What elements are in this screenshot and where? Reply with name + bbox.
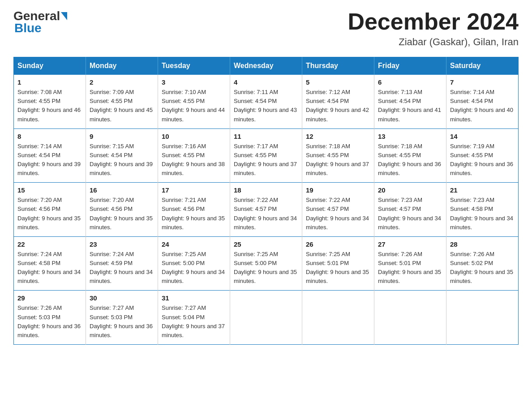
day-number: 3 xyxy=(162,78,226,86)
day-info: Sunrise: 7:18 AMSunset: 4:55 PMDaylight:… xyxy=(378,143,441,176)
day-number: 19 xyxy=(306,186,370,194)
calendar-cell: 15 Sunrise: 7:20 AMSunset: 4:56 PMDaylig… xyxy=(14,183,86,237)
day-info: Sunrise: 7:27 AMSunset: 5:03 PMDaylight:… xyxy=(90,304,153,338)
title-block: December 2024 Ziabar (Gaskar), Gilan, Ir… xyxy=(348,9,519,48)
calendar-cell: 13 Sunrise: 7:18 AMSunset: 4:55 PMDaylig… xyxy=(374,128,446,183)
day-number: 27 xyxy=(378,240,442,248)
calendar-cell: 7 Sunrise: 7:14 AMSunset: 4:54 PMDayligh… xyxy=(446,75,519,129)
day-info: Sunrise: 7:12 AMSunset: 4:54 PMDaylight:… xyxy=(306,89,369,122)
calendar-cell: 4 Sunrise: 7:11 AMSunset: 4:54 PMDayligh… xyxy=(230,75,302,129)
month-title: December 2024 xyxy=(348,9,519,34)
day-info: Sunrise: 7:24 AMSunset: 4:59 PMDaylight:… xyxy=(90,251,153,284)
calendar-cell: 22 Sunrise: 7:24 AMSunset: 4:58 PMDaylig… xyxy=(14,236,86,291)
location-title: Ziabar (Gaskar), Gilan, Iran xyxy=(348,36,519,48)
calendar-header-row: SundayMondayTuesdayWednesdayThursdayFrid… xyxy=(14,57,519,75)
calendar-cell: 1 Sunrise: 7:08 AMSunset: 4:55 PMDayligh… xyxy=(14,75,86,129)
logo-blue-text: Blue xyxy=(14,21,42,35)
calendar-cell: 5 Sunrise: 7:12 AMSunset: 4:54 PMDayligh… xyxy=(302,75,374,129)
day-info: Sunrise: 7:21 AMSunset: 4:56 PMDaylight:… xyxy=(162,197,225,230)
day-info: Sunrise: 7:18 AMSunset: 4:55 PMDaylight:… xyxy=(306,143,369,176)
day-info: Sunrise: 7:23 AMSunset: 4:58 PMDaylight:… xyxy=(450,197,513,230)
day-number: 4 xyxy=(234,78,298,86)
day-number: 11 xyxy=(234,133,298,140)
day-number: 1 xyxy=(17,78,82,86)
calendar-cell: 26 Sunrise: 7:25 AMSunset: 5:01 PMDaylig… xyxy=(302,236,374,291)
calendar-cell: 19 Sunrise: 7:22 AMSunset: 4:57 PMDaylig… xyxy=(302,183,374,237)
day-info: Sunrise: 7:25 AMSunset: 5:00 PMDaylight:… xyxy=(234,251,297,284)
day-header-tuesday: Tuesday xyxy=(158,57,230,75)
calendar-cell: 9 Sunrise: 7:15 AMSunset: 4:54 PMDayligh… xyxy=(86,128,158,183)
calendar-cell: 25 Sunrise: 7:25 AMSunset: 5:00 PMDaylig… xyxy=(230,236,302,291)
day-info: Sunrise: 7:17 AMSunset: 4:55 PMDaylight:… xyxy=(234,143,297,176)
calendar-cell: 3 Sunrise: 7:10 AMSunset: 4:55 PMDayligh… xyxy=(158,75,230,129)
calendar-week-row: 8 Sunrise: 7:14 AMSunset: 4:54 PMDayligh… xyxy=(14,128,519,183)
day-number: 26 xyxy=(306,240,370,248)
day-info: Sunrise: 7:22 AMSunset: 4:57 PMDaylight:… xyxy=(234,197,297,230)
day-header-monday: Monday xyxy=(86,57,158,75)
day-info: Sunrise: 7:10 AMSunset: 4:55 PMDaylight:… xyxy=(162,89,225,122)
day-info: Sunrise: 7:19 AMSunset: 4:55 PMDaylight:… xyxy=(450,143,513,176)
day-info: Sunrise: 7:26 AMSunset: 5:01 PMDaylight:… xyxy=(378,251,441,284)
calendar-week-row: 22 Sunrise: 7:24 AMSunset: 4:58 PMDaylig… xyxy=(14,236,519,291)
day-info: Sunrise: 7:25 AMSunset: 5:00 PMDaylight:… xyxy=(162,251,225,284)
calendar-cell: 18 Sunrise: 7:22 AMSunset: 4:57 PMDaylig… xyxy=(230,183,302,237)
logo: General Blue xyxy=(13,9,68,35)
day-number: 31 xyxy=(162,294,226,302)
day-header-saturday: Saturday xyxy=(446,57,519,75)
calendar-cell: 31 Sunrise: 7:27 AMSunset: 5:04 PMDaylig… xyxy=(158,291,230,345)
calendar-cell: 24 Sunrise: 7:25 AMSunset: 5:00 PMDaylig… xyxy=(158,236,230,291)
calendar-cell: 30 Sunrise: 7:27 AMSunset: 5:03 PMDaylig… xyxy=(86,291,158,345)
day-number: 12 xyxy=(306,133,370,140)
calendar-cell: 6 Sunrise: 7:13 AMSunset: 4:54 PMDayligh… xyxy=(374,75,446,129)
calendar-week-row: 15 Sunrise: 7:20 AMSunset: 4:56 PMDaylig… xyxy=(14,183,519,237)
day-number: 22 xyxy=(17,240,82,248)
day-number: 24 xyxy=(162,240,226,248)
day-info: Sunrise: 7:14 AMSunset: 4:54 PMDaylight:… xyxy=(17,143,81,176)
day-info: Sunrise: 7:24 AMSunset: 4:58 PMDaylight:… xyxy=(17,251,81,284)
calendar-cell: 21 Sunrise: 7:23 AMSunset: 4:58 PMDaylig… xyxy=(446,183,519,237)
calendar-cell xyxy=(446,291,519,345)
calendar-cell: 29 Sunrise: 7:26 AMSunset: 5:03 PMDaylig… xyxy=(14,291,86,345)
day-number: 17 xyxy=(162,186,226,194)
calendar-cell: 17 Sunrise: 7:21 AMSunset: 4:56 PMDaylig… xyxy=(158,183,230,237)
day-number: 28 xyxy=(450,240,515,248)
day-header-friday: Friday xyxy=(374,57,446,75)
day-number: 9 xyxy=(90,133,154,140)
day-info: Sunrise: 7:26 AMSunset: 5:02 PMDaylight:… xyxy=(450,251,513,284)
day-number: 7 xyxy=(450,78,515,86)
day-number: 13 xyxy=(378,133,442,140)
calendar-cell xyxy=(230,291,302,345)
calendar-cell: 11 Sunrise: 7:17 AMSunset: 4:55 PMDaylig… xyxy=(230,128,302,183)
day-info: Sunrise: 7:08 AMSunset: 4:55 PMDaylight:… xyxy=(17,89,81,122)
day-number: 15 xyxy=(17,186,82,194)
day-number: 20 xyxy=(378,186,442,194)
calendar-cell: 20 Sunrise: 7:23 AMSunset: 4:57 PMDaylig… xyxy=(374,183,446,237)
day-info: Sunrise: 7:09 AMSunset: 4:55 PMDaylight:… xyxy=(90,89,153,122)
calendar-cell: 10 Sunrise: 7:16 AMSunset: 4:55 PMDaylig… xyxy=(158,128,230,183)
day-number: 8 xyxy=(17,133,82,140)
calendar-cell: 16 Sunrise: 7:20 AMSunset: 4:56 PMDaylig… xyxy=(86,183,158,237)
day-info: Sunrise: 7:11 AMSunset: 4:54 PMDaylight:… xyxy=(234,89,297,122)
day-number: 30 xyxy=(90,294,154,302)
calendar-cell: 27 Sunrise: 7:26 AMSunset: 5:01 PMDaylig… xyxy=(374,236,446,291)
day-number: 6 xyxy=(378,78,442,86)
day-info: Sunrise: 7:14 AMSunset: 4:54 PMDaylight:… xyxy=(450,89,513,122)
calendar-cell xyxy=(302,291,374,345)
day-header-thursday: Thursday xyxy=(302,57,374,75)
day-number: 2 xyxy=(90,78,154,86)
calendar-cell: 28 Sunrise: 7:26 AMSunset: 5:02 PMDaylig… xyxy=(446,236,519,291)
day-info: Sunrise: 7:26 AMSunset: 5:03 PMDaylight:… xyxy=(17,304,81,338)
day-info: Sunrise: 7:22 AMSunset: 4:57 PMDaylight:… xyxy=(306,197,369,230)
logo-arrow-icon xyxy=(61,12,67,20)
day-number: 21 xyxy=(450,186,515,194)
day-number: 23 xyxy=(90,240,154,248)
day-info: Sunrise: 7:20 AMSunset: 4:56 PMDaylight:… xyxy=(90,197,153,230)
calendar-cell: 14 Sunrise: 7:19 AMSunset: 4:55 PMDaylig… xyxy=(446,128,519,183)
day-info: Sunrise: 7:20 AMSunset: 4:56 PMDaylight:… xyxy=(17,197,81,230)
day-number: 18 xyxy=(234,186,298,194)
calendar-cell: 8 Sunrise: 7:14 AMSunset: 4:54 PMDayligh… xyxy=(14,128,86,183)
page-header: General Blue December 2024 Ziabar (Gaska… xyxy=(13,9,519,48)
calendar-cell: 12 Sunrise: 7:18 AMSunset: 4:55 PMDaylig… xyxy=(302,128,374,183)
day-number: 14 xyxy=(450,133,515,140)
day-header-wednesday: Wednesday xyxy=(230,57,302,75)
